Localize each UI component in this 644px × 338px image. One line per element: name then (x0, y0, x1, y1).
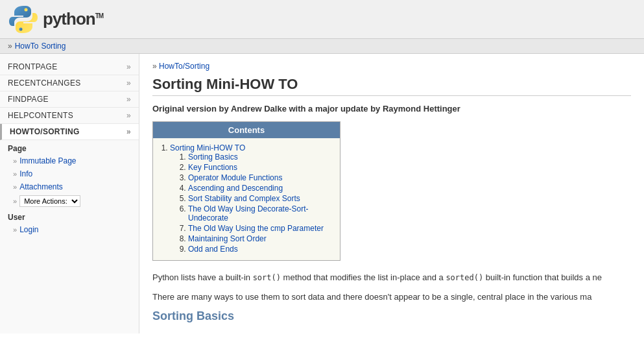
contents-item-1: Sorting Mini-HOW TO Sorting Basics Key F… (170, 143, 333, 254)
contents-item-1-8: Maintaining Sort Order (188, 234, 333, 243)
sub-breadcrumb: » HowTo/Sorting (152, 62, 631, 71)
contents-nested-list: Sorting Basics Key Functions Operator Mo… (188, 152, 333, 254)
breadcrumb-bar: » HowTo Sorting (0, 39, 644, 54)
contents-list: Sorting Mini-HOW TO Sorting Basics Key F… (170, 143, 333, 254)
sidebar-user-section-title: User (0, 209, 139, 223)
inline-code-sorted: sorted() (446, 273, 483, 282)
sidebar-item-info[interactable]: » Info (0, 167, 139, 180)
immutable-page-bullet: » (13, 157, 17, 165)
body-paragraph-1: Python lists have a built-in sort() meth… (152, 271, 631, 284)
contents-box: Contents Sorting Mini-HOW TO Sorting Bas… (152, 121, 340, 261)
python-logo-text: pythonTM (43, 9, 103, 29)
immutable-page-label: Immutable Page (19, 156, 76, 165)
sidebar-item-frontpage-label: FrontPage (8, 62, 57, 71)
attachments-bullet: » (13, 183, 17, 191)
contents-header: Contents (153, 122, 340, 138)
contents-link-key-functions[interactable]: Key Functions (188, 163, 237, 172)
sidebar-item-frontpage[interactable]: FrontPage » (0, 59, 139, 75)
more-actions-container: » More Actions: (0, 193, 139, 209)
contents-item-1-3: Operator Module Functions (188, 173, 333, 182)
svg-point-1 (19, 27, 23, 30)
sidebar-item-howto-sorting[interactable]: HowTo/Sorting » (0, 124, 139, 140)
sidebar-item-immutable-page[interactable]: » Immutable Page (0, 154, 139, 167)
attachments-label: Attachments (19, 182, 63, 191)
login-label: Login (19, 225, 38, 234)
more-actions-bullet: » (13, 197, 17, 205)
header: pythonTM (0, 0, 644, 39)
frontpage-arrow-icon: » (126, 62, 131, 71)
contents-item-1-2: Key Functions (188, 163, 333, 172)
contents-item-1-1: Sorting Basics (188, 152, 333, 162)
contents-body: Sorting Mini-HOW TO Sorting Basics Key F… (153, 138, 340, 260)
contents-item-1-7: The Old Way Using the cmp Parameter (188, 224, 333, 233)
sidebar-item-helpcontents-label: HelpContents (8, 111, 73, 120)
login-bullet: » (13, 226, 17, 234)
contents-link-decorate-sort[interactable]: The Old Way Using Decorate-Sort-Undecora… (188, 204, 309, 223)
more-actions-select[interactable]: More Actions: (19, 195, 80, 207)
contents-link-operator-module[interactable]: Operator Module Functions (188, 173, 282, 182)
page-title: Sorting Mini-HOW TO (152, 76, 631, 96)
findpage-arrow-icon: » (126, 95, 131, 104)
info-bullet: » (13, 170, 17, 178)
sidebar-item-recentchanges-label: RecentChanges (8, 78, 81, 88)
contents-link-cmp-parameter[interactable]: The Old Way Using the cmp Parameter (188, 224, 324, 233)
sidebar-item-recentchanges[interactable]: RecentChanges » (0, 75, 139, 91)
sidebar-item-login[interactable]: » Login (0, 223, 139, 236)
breadcrumb-sorting[interactable]: Sorting (41, 42, 66, 51)
helpcontents-arrow-icon: » (126, 111, 131, 120)
svg-point-0 (25, 8, 28, 11)
contents-item-1-4: Ascending and Descending (188, 184, 333, 193)
recentchanges-arrow-icon: » (126, 78, 131, 88)
main-content: » HowTo/Sorting Sorting Mini-HOW TO Orig… (139, 54, 644, 333)
sidebar-item-howto-sorting-label: HowTo/Sorting (10, 127, 80, 136)
contents-item-1-6: The Old Way Using Decorate-Sort-Undecora… (188, 204, 333, 223)
inline-code-sort: sort() (253, 273, 281, 282)
contents-link-sort-stability[interactable]: Sort Stability and Complex Sorts (188, 194, 300, 203)
sub-breadcrumb-link[interactable]: HowTo/Sorting (159, 62, 209, 71)
sidebar-item-helpcontents[interactable]: HelpContents » (0, 108, 139, 124)
howto-sorting-arrow-icon: » (126, 127, 131, 136)
contents-link-sorting-basics[interactable]: Sorting Basics (188, 152, 238, 162)
breadcrumb-separator: » (8, 42, 12, 51)
contents-link-ascending-descending[interactable]: Ascending and Descending (188, 184, 283, 193)
sidebar: FrontPage » RecentChanges » FindPage » H… (0, 54, 139, 333)
sidebar-item-findpage[interactable]: FindPage » (0, 91, 139, 108)
body-paragraph-2: There are many ways to use them to sort … (152, 291, 631, 304)
python-logo-icon (8, 4, 39, 35)
contents-link-sorting-mini-howto[interactable]: Sorting Mini-HOW TO (170, 143, 245, 152)
sub-breadcrumb-separator: » (152, 62, 157, 71)
logo: pythonTM (8, 4, 103, 35)
sorting-basics-heading: Sorting Basics (152, 309, 631, 323)
contents-item-1-9: Odd and Ends (188, 245, 333, 254)
page-subtitle: Original version by Andrew Dalke with a … (152, 104, 631, 114)
contents-item-1-5: Sort Stability and Complex Sorts (188, 194, 333, 203)
contents-link-odd-ends[interactable]: Odd and Ends (188, 245, 238, 254)
contents-link-maintaining-sort[interactable]: Maintaining Sort Order (188, 234, 267, 243)
info-label: Info (19, 169, 32, 178)
layout: FrontPage » RecentChanges » FindPage » H… (0, 54, 644, 333)
sidebar-page-section-title: Page (0, 140, 139, 154)
sidebar-item-findpage-label: FindPage (8, 95, 49, 104)
sidebar-item-attachments[interactable]: » Attachments (0, 180, 139, 193)
breadcrumb-howto[interactable]: HowTo (15, 42, 39, 51)
